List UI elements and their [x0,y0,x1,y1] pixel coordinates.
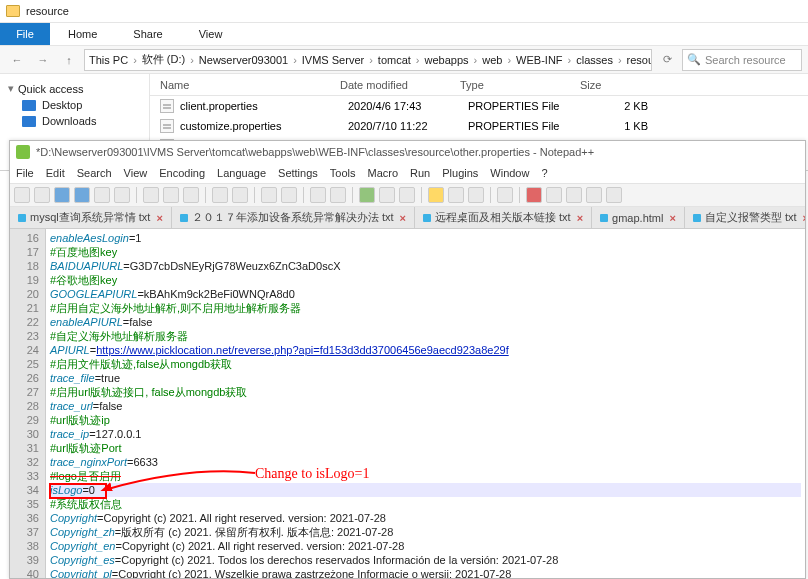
menu-item[interactable]: Plugins [442,167,478,179]
code-line[interactable]: #百度地图key [50,245,801,259]
code-line[interactable]: #启用自定义海外地址解析,则不启用地址解析服务器 [50,301,801,315]
code-line[interactable]: Copyright_pl=Copyright (c) 2021. Wszelki… [50,567,801,578]
code-line[interactable]: #logo是否启用 [50,469,801,483]
breadcrumb-item[interactable]: tomcat [378,54,411,66]
code-line[interactable]: isLogo=0 [50,483,801,497]
menu-item[interactable]: View [124,167,148,179]
breadcrumb-item[interactable]: WEB-INF [516,54,562,66]
code-line[interactable]: GOOGLEAPIURL=kBAhKm9ck2BeFi0WNQrA8d0 [50,287,801,301]
toolbar-monitor-button[interactable] [497,187,513,203]
toolbar-docmap-button[interactable] [468,187,484,203]
code-line[interactable]: #自定义海外地址解析服务器 [50,329,801,343]
toolbar-folder-button[interactable] [428,187,444,203]
nav-forward-button[interactable]: → [32,49,54,71]
tab-close-icon[interactable]: × [577,212,583,224]
toolbar-undo-button[interactable] [212,187,228,203]
document-tab[interactable]: 自定义报警类型 txt× [685,207,805,228]
code-line[interactable]: trace_url=false [50,399,801,413]
tab-close-icon[interactable]: × [156,212,162,224]
code-line[interactable]: #谷歌地图key [50,273,801,287]
code-line[interactable]: Copyright=Copyright (c) 2021. All right … [50,511,801,525]
toolbar-print-button[interactable] [114,187,130,203]
document-tab[interactable]: mysql查询系统异常情 txt× [10,207,172,228]
code-line[interactable]: #启用url版轨迹接口, false从mongdb获取 [50,385,801,399]
toolbar-wordwrap-button[interactable] [359,187,375,203]
menu-item[interactable]: Run [410,167,430,179]
breadcrumb-item[interactable]: Newserver093001 [199,54,288,66]
breadcrumb-item[interactable]: This PC [89,54,128,66]
file-row[interactable]: customize.properties2020/7/10 11:22PROPE… [150,116,808,136]
breadcrumb-item[interactable]: webapps [425,54,469,66]
ribbon-tab-file[interactable]: File [0,23,50,45]
toolbar-copy-button[interactable] [163,187,179,203]
ribbon-tab-home[interactable]: Home [50,23,115,45]
menu-item[interactable]: Window [490,167,529,179]
toolbar-indent-button[interactable] [399,187,415,203]
code-line[interactable]: Copyright_en=Copyright (c) 2021. All rig… [50,539,801,553]
sidebar-item-downloads[interactable]: Downloads [4,113,145,129]
npp-editor[interactable]: 1617181920212223242526272829303132333435… [10,229,805,578]
document-tab[interactable]: 远程桌面及相关版本链接 txt× [415,207,592,228]
toolbar-funclist-button[interactable] [448,187,464,203]
toolbar-save-button[interactable] [54,187,70,203]
menu-item[interactable]: Settings [278,167,318,179]
tab-close-icon[interactable]: × [400,212,406,224]
toolbar-savemacro-button[interactable] [606,187,622,203]
toolbar-play-button[interactable] [566,187,582,203]
menu-item[interactable]: Language [217,167,266,179]
toolbar-find-button[interactable] [261,187,277,203]
breadcrumb-item[interactable]: IVMS Server [302,54,364,66]
search-input[interactable]: 🔍 Search resource [682,49,802,71]
col-header-size[interactable]: Size [580,74,660,95]
code-line[interactable]: #url版轨迹ip [50,413,801,427]
ribbon-tab-share[interactable]: Share [115,23,180,45]
code-line[interactable]: #url版轨迹Port [50,441,801,455]
col-header-date[interactable]: Date modified [340,74,460,95]
code-line[interactable]: APIURL=https://www.picklocation.net/reve… [50,343,801,357]
toolbar-showall-button[interactable] [379,187,395,203]
refresh-button[interactable]: ⟳ [656,49,678,71]
menu-item[interactable]: File [16,167,34,179]
quick-access-header[interactable]: ▾ Quick access [4,80,145,97]
menu-item[interactable]: ? [541,167,547,179]
menu-item[interactable]: Tools [330,167,356,179]
code-line[interactable]: #系统版权信息 [50,497,801,511]
menu-item[interactable]: Search [77,167,112,179]
nav-up-button[interactable]: ↑ [58,49,80,71]
code-line[interactable]: trace_file=true [50,371,801,385]
col-header-type[interactable]: Type [460,74,580,95]
tab-close-icon[interactable]: × [803,212,805,224]
toolbar-open-button[interactable] [34,187,50,203]
tab-close-icon[interactable]: × [669,212,675,224]
toolbar-stop-button[interactable] [546,187,562,203]
code-line[interactable]: Copyright_zh=版权所有 (c) 2021. 保留所有权利. 版本信息… [50,525,801,539]
toolbar-playmulti-button[interactable] [586,187,602,203]
col-header-name[interactable]: Name [150,74,340,95]
file-row[interactable]: client.properties2020/4/6 17:43PROPERTIE… [150,96,808,116]
breadcrumb-item[interactable]: web [482,54,502,66]
ribbon-tab-view[interactable]: View [181,23,241,45]
toolbar-replace-button[interactable] [281,187,297,203]
menu-item[interactable]: Edit [46,167,65,179]
breadcrumb-item[interactable]: resource [627,54,652,66]
code-line[interactable]: #启用文件版轨迹,false从mongdb获取 [50,357,801,371]
breadcrumb-bar[interactable]: This PC软件 (D:)Newserver093001IVMS Server… [84,49,652,71]
code-line[interactable]: trace_nginxPort=6633 [50,455,801,469]
breadcrumb-item[interactable]: classes [576,54,613,66]
code-line[interactable]: enableAPIURL=false [50,315,801,329]
breadcrumb-item[interactable]: 软件 (D:) [142,52,185,67]
code-content[interactable]: enableAesLogin=1#百度地图keyBAIDUAPIURL=G3D7… [46,229,805,578]
menu-item[interactable]: Macro [367,167,398,179]
menu-item[interactable]: Encoding [159,167,205,179]
code-line[interactable]: enableAesLogin=1 [50,231,801,245]
code-line[interactable]: trace_ip=127.0.0.1 [50,427,801,441]
toolbar-redo-button[interactable] [232,187,248,203]
toolbar-zoomout-button[interactable] [330,187,346,203]
toolbar-saveall-button[interactable] [74,187,90,203]
toolbar-zoomin-button[interactable] [310,187,326,203]
code-line[interactable]: BAIDUAPIURL=G3D7cbDsNEyRjG78Weuzx6ZnC3aD… [50,259,801,273]
sidebar-item-desktop[interactable]: Desktop [4,97,145,113]
nav-back-button[interactable]: ← [6,49,28,71]
toolbar-cut-button[interactable] [143,187,159,203]
code-line[interactable]: Copyright_es=Copyright (c) 2021. Todos l… [50,553,801,567]
